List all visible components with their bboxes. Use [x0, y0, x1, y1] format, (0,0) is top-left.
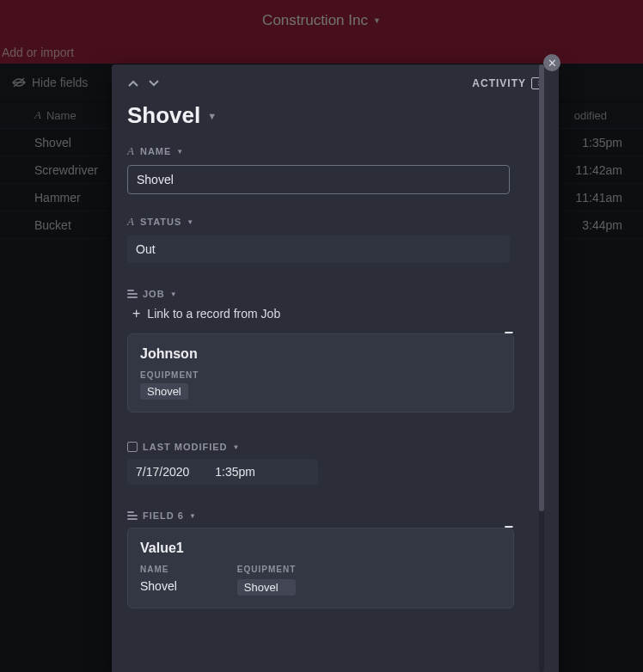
linked-record-icon	[127, 511, 138, 520]
name-input[interactable]	[127, 165, 510, 194]
linked-record-title: Value1	[140, 541, 501, 556]
panel-topbar: ACTIVITY ›	[112, 64, 559, 102]
field-label-lm-text: LAST MODIFIED	[143, 442, 228, 452]
caret-down-icon: ▼	[187, 218, 194, 226]
unlink-record-button[interactable]: −	[504, 324, 513, 342]
last-modified-icon	[127, 442, 138, 452]
field-label-status[interactable]: A STATUS ▼	[127, 215, 543, 229]
link-record-text: Link to a record from Job	[147, 307, 280, 321]
field-label-name[interactable]: A NAME ▼	[127, 144, 543, 158]
field-label-job[interactable]: JOB ▼	[127, 289, 543, 299]
last-modified-time: 1:35pm	[215, 465, 255, 479]
prev-record-button[interactable]	[127, 79, 139, 88]
linked-record-chip: Shovel	[140, 383, 188, 400]
scrollbar-thumb[interactable]	[539, 64, 544, 511]
linked-record-icon	[127, 290, 138, 298]
linked-record-field-value: Shovel	[140, 579, 177, 593]
field-label-field6-text: FIELD 6	[143, 510, 184, 521]
linked-record-chip: Shovel	[237, 579, 296, 596]
text-field-icon: A	[127, 215, 135, 229]
panel-body: A NAME ▼ A STATUS ▼ Out JOB ▼ + Link to …	[112, 141, 559, 656]
field-label-field6[interactable]: FIELD 6 ▼	[127, 510, 543, 521]
caret-down-icon: ▼	[207, 111, 217, 121]
caret-down-icon: ▼	[176, 148, 184, 156]
field-label-job-text: JOB	[143, 289, 165, 299]
field-label-name-text: NAME	[140, 146, 171, 156]
record-nav	[127, 79, 160, 88]
last-modified-date: 7/17/2020	[136, 465, 189, 479]
record-title[interactable]: Shovel ▼	[112, 102, 559, 141]
field-label-last-modified[interactable]: LAST MODIFIED ▼	[127, 442, 543, 452]
plus-icon: +	[132, 306, 140, 321]
text-field-icon: A	[127, 144, 135, 158]
unlink-record-button[interactable]: −	[504, 518, 513, 536]
record-title-text: Shovel	[127, 102, 200, 129]
linked-record-field-label: NAME	[140, 565, 177, 574]
chevron-down-icon	[148, 79, 160, 88]
activity-toggle[interactable]: ACTIVITY ›	[472, 77, 543, 89]
linked-record-card[interactable]: − Johnson EQUIPMENT Shovel	[127, 333, 514, 412]
caret-down-icon: ▼	[189, 512, 197, 520]
record-detail-panel: ACTIVITY › Shovel ▼ A NAME ▼ A STATUS ▼ …	[112, 64, 559, 672]
link-record-button[interactable]: + Link to a record from Job	[132, 306, 543, 321]
close-icon: ✕	[548, 57, 557, 70]
chevron-up-icon	[127, 79, 139, 88]
next-record-button[interactable]	[148, 79, 160, 88]
caret-down-icon: ▼	[233, 443, 241, 451]
linked-record-field-label: EQUIPMENT	[237, 565, 296, 574]
status-value: Out	[136, 242, 156, 256]
last-modified-value: 7/17/2020 1:35pm	[127, 459, 318, 485]
caret-down-icon: ▼	[170, 290, 178, 298]
linked-record-field-label: EQUIPMENT	[140, 370, 501, 380]
linked-record-card[interactable]: − Value1 NAME Shovel EQUIPMENT Shovel	[127, 528, 514, 608]
linked-record-title: Johnson	[140, 346, 501, 362]
activity-label: ACTIVITY	[472, 77, 526, 89]
status-input[interactable]: Out	[127, 235, 510, 263]
panel-scrollbar[interactable]	[539, 64, 544, 672]
field-label-status-text: STATUS	[140, 217, 181, 227]
close-button[interactable]: ✕	[543, 54, 560, 71]
